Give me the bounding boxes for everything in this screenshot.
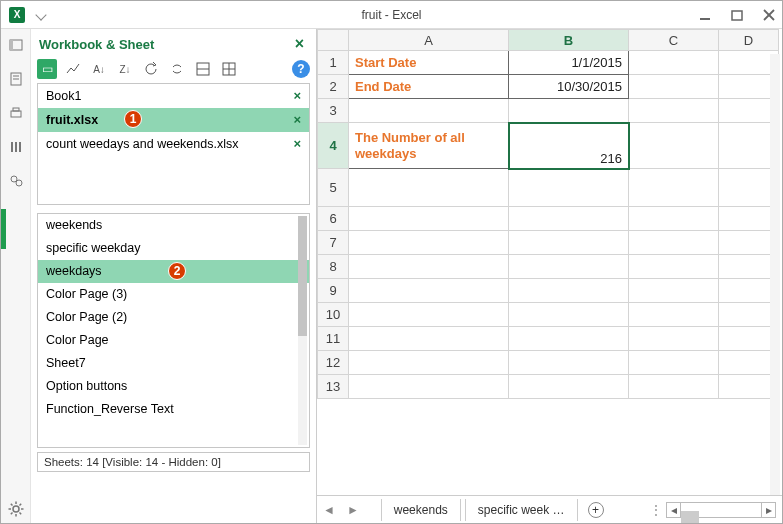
vertical-scrollbar[interactable] — [770, 54, 780, 495]
cell[interactable] — [349, 351, 509, 375]
cell[interactable] — [509, 207, 629, 231]
cell[interactable] — [629, 303, 719, 327]
cell[interactable] — [629, 51, 719, 75]
hscroll-right-icon[interactable]: ▸ — [761, 503, 775, 517]
sheet-tab[interactable]: weekends — [381, 499, 461, 521]
workbook-item[interactable]: Book1 × — [38, 84, 309, 108]
cell[interactable] — [509, 99, 629, 123]
horizontal-scrollbar[interactable]: ◂ ▸ — [666, 502, 776, 518]
settings-gear-icon[interactable] — [8, 501, 24, 517]
toolbar-grid1-icon[interactable] — [193, 59, 213, 79]
cell[interactable] — [629, 123, 719, 169]
toolbar-chart-icon[interactable] — [63, 59, 83, 79]
cell[interactable] — [349, 255, 509, 279]
cell-b2[interactable]: 10/30/2015 — [509, 75, 629, 99]
cell[interactable] — [629, 231, 719, 255]
col-header[interactable]: D — [719, 30, 779, 51]
sheet-item[interactable]: Color Page — [38, 329, 309, 352]
row-header[interactable]: 11 — [318, 327, 349, 351]
cell[interactable] — [629, 327, 719, 351]
autotext-icon[interactable] — [8, 71, 24, 87]
cell[interactable] — [509, 375, 629, 399]
sheet-item[interactable]: specific weekday — [38, 237, 309, 260]
toolbar-refresh-icon[interactable] — [141, 59, 161, 79]
sheet-item[interactable]: Function_Reverse Text — [38, 398, 309, 421]
cell[interactable] — [349, 327, 509, 351]
sheet-item[interactable]: Option buttons — [38, 375, 309, 398]
sheet-item[interactable]: Color Page (2) — [38, 306, 309, 329]
cell[interactable] — [629, 75, 719, 99]
toolbar-grid2-icon[interactable] — [219, 59, 239, 79]
cell[interactable] — [509, 327, 629, 351]
toolbar-sync-icon[interactable] — [167, 59, 187, 79]
cell[interactable] — [629, 375, 719, 399]
cell[interactable] — [349, 169, 509, 207]
hscroll-thumb[interactable] — [681, 511, 699, 523]
workbook-item[interactable]: count weedays and weekends.xlsx × — [38, 132, 309, 156]
sheet-tab[interactable]: specific week … — [465, 499, 578, 521]
sheetlist-scrollbar-thumb[interactable] — [298, 216, 307, 336]
col-header[interactable]: B — [509, 30, 629, 51]
cell[interactable] — [509, 303, 629, 327]
help-icon[interactable]: ? — [292, 60, 310, 78]
cell[interactable] — [629, 255, 719, 279]
close-workbook-icon[interactable]: × — [293, 136, 301, 151]
cell-grid[interactable]: A B C D 1 Start Date 1/1/2015 2 End Date… — [317, 29, 779, 399]
cell-a4[interactable]: The Number of all weekdays — [349, 123, 509, 169]
cell[interactable] — [349, 99, 509, 123]
col-header[interactable]: C — [629, 30, 719, 51]
toolbar-view-icon[interactable]: ▭ — [37, 59, 57, 79]
workbook-item[interactable]: fruit.xlsx × 1 — [38, 108, 309, 132]
col-header[interactable]: A — [349, 30, 509, 51]
row-header[interactable]: 9 — [318, 279, 349, 303]
tab-nav-prev-icon[interactable]: ◄ — [317, 503, 341, 517]
new-sheet-icon[interactable]: + — [588, 502, 604, 518]
toolbar-sort-az-icon[interactable]: A↓ — [89, 59, 109, 79]
row-header[interactable]: 1 — [318, 51, 349, 75]
cell[interactable] — [349, 207, 509, 231]
cell[interactable] — [509, 169, 629, 207]
row-header[interactable]: 4 — [318, 123, 349, 169]
minimize-button[interactable] — [698, 8, 712, 22]
print-icon[interactable] — [8, 105, 24, 121]
cell[interactable] — [509, 231, 629, 255]
cell[interactable] — [349, 375, 509, 399]
sheet-item[interactable]: weekends — [38, 214, 309, 237]
row-header[interactable]: 10 — [318, 303, 349, 327]
row-header[interactable]: 3 — [318, 99, 349, 123]
cell-b4-active[interactable]: 216 — [509, 123, 629, 169]
cell[interactable] — [349, 279, 509, 303]
cell-a2[interactable]: End Date — [349, 75, 509, 99]
cell[interactable] — [509, 351, 629, 375]
toolbar-sort-za-icon[interactable]: Z↓ — [115, 59, 135, 79]
pane-close-icon[interactable]: × — [291, 35, 308, 53]
cell[interactable] — [349, 231, 509, 255]
sheet-item[interactable]: weekdays 2 — [38, 260, 309, 283]
cell-b1[interactable]: 1/1/2015 — [509, 51, 629, 75]
sheet-item[interactable]: Color Page (3) — [38, 283, 309, 306]
row-header[interactable]: 12 — [318, 351, 349, 375]
cell[interactable] — [629, 169, 719, 207]
columns-icon[interactable] — [8, 139, 24, 155]
tab-nav-next-icon[interactable]: ► — [341, 503, 365, 517]
row-header[interactable]: 13 — [318, 375, 349, 399]
row-header[interactable]: 7 — [318, 231, 349, 255]
cell[interactable] — [629, 279, 719, 303]
cell[interactable] — [349, 303, 509, 327]
maximize-button[interactable] — [730, 8, 744, 22]
close-workbook-icon[interactable]: × — [293, 112, 301, 127]
select-all-corner[interactable] — [318, 30, 349, 51]
cell[interactable] — [629, 99, 719, 123]
kutools-tab-icon[interactable] — [8, 37, 24, 53]
hscroll-left-icon[interactable]: ◂ — [667, 503, 681, 517]
cell[interactable] — [509, 255, 629, 279]
cell-a1[interactable]: Start Date — [349, 51, 509, 75]
row-header[interactable]: 5 — [318, 169, 349, 207]
cell[interactable] — [629, 351, 719, 375]
row-header[interactable]: 2 — [318, 75, 349, 99]
close-window-button[interactable] — [762, 8, 776, 22]
cell[interactable] — [629, 207, 719, 231]
sheet-item[interactable]: Sheet7 — [38, 352, 309, 375]
close-workbook-icon[interactable]: × — [293, 88, 301, 103]
find-icon[interactable] — [8, 173, 24, 189]
